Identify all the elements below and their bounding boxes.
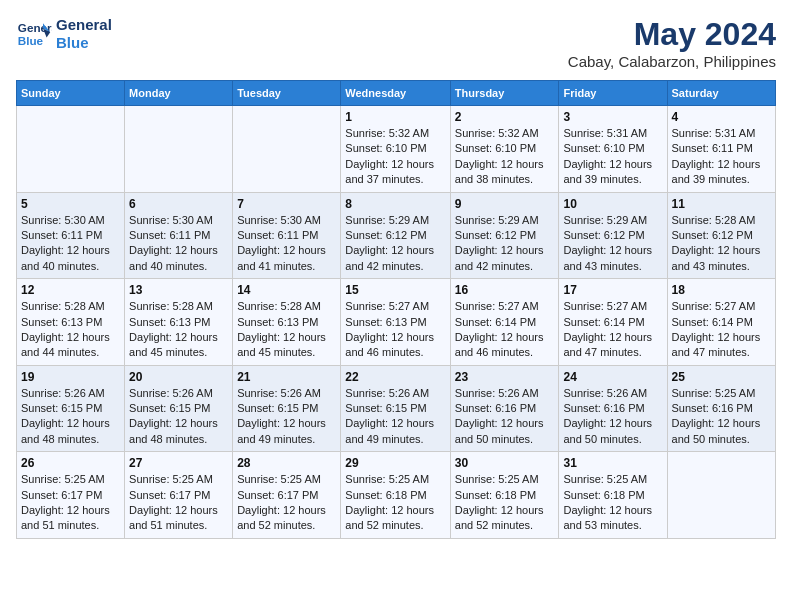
title-block: May 2024 Cabay, Calabarzon, Philippines [568,16,776,70]
calendar-cell [17,106,125,193]
svg-text:Blue: Blue [18,34,44,47]
day-number: 26 [21,456,120,470]
day-number: 31 [563,456,662,470]
page-header: General Blue General Blue May 2024 Cabay… [16,16,776,70]
day-number: 17 [563,283,662,297]
calendar-cell: 24Sunrise: 5:26 AM Sunset: 6:16 PM Dayli… [559,365,667,452]
day-number: 20 [129,370,228,384]
day-number: 28 [237,456,336,470]
day-info: Sunrise: 5:25 AM Sunset: 6:18 PM Dayligh… [563,472,662,534]
day-number: 6 [129,197,228,211]
calendar-cell [233,106,341,193]
calendar-cell: 27Sunrise: 5:25 AM Sunset: 6:17 PM Dayli… [125,452,233,539]
day-number: 11 [672,197,771,211]
day-info: Sunrise: 5:26 AM Sunset: 6:15 PM Dayligh… [345,386,446,448]
day-number: 14 [237,283,336,297]
header-monday: Monday [125,81,233,106]
calendar-cell: 5Sunrise: 5:30 AM Sunset: 6:11 PM Daylig… [17,192,125,279]
day-info: Sunrise: 5:25 AM Sunset: 6:17 PM Dayligh… [21,472,120,534]
header-wednesday: Wednesday [341,81,451,106]
calendar-cell: 4Sunrise: 5:31 AM Sunset: 6:11 PM Daylig… [667,106,775,193]
calendar-cell: 21Sunrise: 5:26 AM Sunset: 6:15 PM Dayli… [233,365,341,452]
day-number: 9 [455,197,555,211]
calendar-cell: 25Sunrise: 5:25 AM Sunset: 6:16 PM Dayli… [667,365,775,452]
day-number: 19 [21,370,120,384]
calendar-cell: 20Sunrise: 5:26 AM Sunset: 6:15 PM Dayli… [125,365,233,452]
calendar-cell: 1Sunrise: 5:32 AM Sunset: 6:10 PM Daylig… [341,106,451,193]
day-number: 23 [455,370,555,384]
week-row-5: 26Sunrise: 5:25 AM Sunset: 6:17 PM Dayli… [17,452,776,539]
header-saturday: Saturday [667,81,775,106]
day-number: 21 [237,370,336,384]
calendar-cell: 10Sunrise: 5:29 AM Sunset: 6:12 PM Dayli… [559,192,667,279]
day-info: Sunrise: 5:27 AM Sunset: 6:14 PM Dayligh… [455,299,555,361]
day-number: 25 [672,370,771,384]
day-info: Sunrise: 5:32 AM Sunset: 6:10 PM Dayligh… [455,126,555,188]
main-title: May 2024 [568,16,776,53]
day-info: Sunrise: 5:29 AM Sunset: 6:12 PM Dayligh… [563,213,662,275]
calendar-cell: 15Sunrise: 5:27 AM Sunset: 6:13 PM Dayli… [341,279,451,366]
calendar-cell: 19Sunrise: 5:26 AM Sunset: 6:15 PM Dayli… [17,365,125,452]
day-info: Sunrise: 5:25 AM Sunset: 6:17 PM Dayligh… [237,472,336,534]
day-number: 1 [345,110,446,124]
calendar-header-row: SundayMondayTuesdayWednesdayThursdayFrid… [17,81,776,106]
day-number: 7 [237,197,336,211]
logo-general: General [56,16,112,34]
day-number: 24 [563,370,662,384]
calendar-cell: 11Sunrise: 5:28 AM Sunset: 6:12 PM Dayli… [667,192,775,279]
day-number: 13 [129,283,228,297]
header-sunday: Sunday [17,81,125,106]
day-number: 3 [563,110,662,124]
header-tuesday: Tuesday [233,81,341,106]
day-number: 27 [129,456,228,470]
calendar-cell: 26Sunrise: 5:25 AM Sunset: 6:17 PM Dayli… [17,452,125,539]
calendar-cell: 18Sunrise: 5:27 AM Sunset: 6:14 PM Dayli… [667,279,775,366]
day-info: Sunrise: 5:30 AM Sunset: 6:11 PM Dayligh… [21,213,120,275]
calendar-cell: 13Sunrise: 5:28 AM Sunset: 6:13 PM Dayli… [125,279,233,366]
day-number: 22 [345,370,446,384]
day-info: Sunrise: 5:27 AM Sunset: 6:13 PM Dayligh… [345,299,446,361]
day-info: Sunrise: 5:26 AM Sunset: 6:15 PM Dayligh… [129,386,228,448]
day-info: Sunrise: 5:26 AM Sunset: 6:15 PM Dayligh… [237,386,336,448]
logo-blue: Blue [56,34,112,52]
header-friday: Friday [559,81,667,106]
week-row-3: 12Sunrise: 5:28 AM Sunset: 6:13 PM Dayli… [17,279,776,366]
calendar-cell: 12Sunrise: 5:28 AM Sunset: 6:13 PM Dayli… [17,279,125,366]
day-info: Sunrise: 5:28 AM Sunset: 6:12 PM Dayligh… [672,213,771,275]
day-info: Sunrise: 5:27 AM Sunset: 6:14 PM Dayligh… [672,299,771,361]
day-info: Sunrise: 5:30 AM Sunset: 6:11 PM Dayligh… [129,213,228,275]
day-info: Sunrise: 5:31 AM Sunset: 6:11 PM Dayligh… [672,126,771,188]
logo: General Blue General Blue [16,16,112,52]
calendar-cell: 3Sunrise: 5:31 AM Sunset: 6:10 PM Daylig… [559,106,667,193]
day-info: Sunrise: 5:25 AM Sunset: 6:17 PM Dayligh… [129,472,228,534]
day-number: 18 [672,283,771,297]
calendar-cell: 7Sunrise: 5:30 AM Sunset: 6:11 PM Daylig… [233,192,341,279]
day-info: Sunrise: 5:25 AM Sunset: 6:16 PM Dayligh… [672,386,771,448]
header-thursday: Thursday [450,81,559,106]
calendar-cell: 23Sunrise: 5:26 AM Sunset: 6:16 PM Dayli… [450,365,559,452]
week-row-4: 19Sunrise: 5:26 AM Sunset: 6:15 PM Dayli… [17,365,776,452]
calendar-cell: 2Sunrise: 5:32 AM Sunset: 6:10 PM Daylig… [450,106,559,193]
subtitle: Cabay, Calabarzon, Philippines [568,53,776,70]
day-number: 4 [672,110,771,124]
calendar-cell: 9Sunrise: 5:29 AM Sunset: 6:12 PM Daylig… [450,192,559,279]
calendar-table: SundayMondayTuesdayWednesdayThursdayFrid… [16,80,776,539]
day-number: 29 [345,456,446,470]
calendar-cell: 28Sunrise: 5:25 AM Sunset: 6:17 PM Dayli… [233,452,341,539]
calendar-cell: 17Sunrise: 5:27 AM Sunset: 6:14 PM Dayli… [559,279,667,366]
day-info: Sunrise: 5:26 AM Sunset: 6:16 PM Dayligh… [563,386,662,448]
day-info: Sunrise: 5:25 AM Sunset: 6:18 PM Dayligh… [345,472,446,534]
day-info: Sunrise: 5:26 AM Sunset: 6:16 PM Dayligh… [455,386,555,448]
week-row-2: 5Sunrise: 5:30 AM Sunset: 6:11 PM Daylig… [17,192,776,279]
day-number: 30 [455,456,555,470]
day-info: Sunrise: 5:29 AM Sunset: 6:12 PM Dayligh… [455,213,555,275]
day-info: Sunrise: 5:28 AM Sunset: 6:13 PM Dayligh… [21,299,120,361]
day-number: 2 [455,110,555,124]
day-number: 16 [455,283,555,297]
calendar-cell: 30Sunrise: 5:25 AM Sunset: 6:18 PM Dayli… [450,452,559,539]
day-number: 8 [345,197,446,211]
calendar-cell: 14Sunrise: 5:28 AM Sunset: 6:13 PM Dayli… [233,279,341,366]
calendar-cell: 16Sunrise: 5:27 AM Sunset: 6:14 PM Dayli… [450,279,559,366]
day-info: Sunrise: 5:28 AM Sunset: 6:13 PM Dayligh… [129,299,228,361]
day-info: Sunrise: 5:29 AM Sunset: 6:12 PM Dayligh… [345,213,446,275]
